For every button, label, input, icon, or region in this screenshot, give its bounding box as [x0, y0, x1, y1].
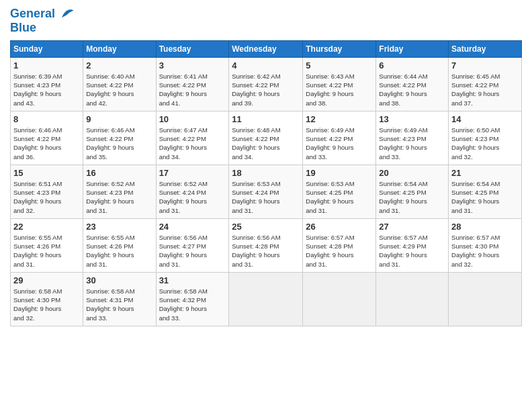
calendar-cell: 22 Sunrise: 6:55 AM Sunset: 4:26 PM Dayl… [11, 218, 83, 272]
dow-header: Saturday [449, 40, 522, 57]
day-info: Sunrise: 6:54 AM Sunset: 4:25 PM Dayligh… [451, 179, 519, 215]
day-number: 10 [159, 114, 226, 124]
calendar-table: SundayMondayTuesdayWednesdayThursdayFrid… [10, 40, 522, 326]
day-number: 21 [451, 168, 519, 178]
calendar-cell: 30 Sunrise: 6:58 AM Sunset: 4:31 PM Dayl… [83, 272, 156, 326]
calendar-cell: 16 Sunrise: 6:52 AM Sunset: 4:23 PM Dayl… [83, 165, 156, 218]
day-info: Sunrise: 6:48 AM Sunset: 4:22 PM Dayligh… [232, 126, 300, 161]
calendar-cell: 8 Sunrise: 6:46 AM Sunset: 4:22 PM Dayli… [11, 111, 83, 165]
day-info: Sunrise: 6:45 AM Sunset: 4:22 PM Dayligh… [451, 72, 519, 107]
day-number: 24 [159, 222, 226, 232]
calendar-cell: 15 Sunrise: 6:51 AM Sunset: 4:23 PM Dayl… [11, 165, 83, 218]
day-info: Sunrise: 6:53 AM Sunset: 4:24 PM Dayligh… [232, 179, 300, 215]
day-info: Sunrise: 6:49 AM Sunset: 4:23 PM Dayligh… [379, 126, 445, 161]
calendar-cell: 2 Sunrise: 6:40 AM Sunset: 4:22 PM Dayli… [83, 57, 156, 111]
day-number: 30 [86, 275, 152, 285]
day-number: 23 [86, 222, 152, 232]
calendar-cell: 18 Sunrise: 6:53 AM Sunset: 4:24 PM Dayl… [229, 165, 303, 218]
day-info: Sunrise: 6:42 AM Sunset: 4:22 PM Dayligh… [232, 72, 300, 107]
day-info: Sunrise: 6:51 AM Sunset: 4:23 PM Dayligh… [13, 179, 80, 215]
day-info: Sunrise: 6:43 AM Sunset: 4:22 PM Dayligh… [306, 72, 373, 107]
logo-general: General [10, 7, 55, 20]
day-info: Sunrise: 6:49 AM Sunset: 4:22 PM Dayligh… [306, 126, 373, 161]
logo-text: General Blue [10, 7, 75, 35]
dow-header: Wednesday [229, 40, 303, 57]
day-info: Sunrise: 6:54 AM Sunset: 4:25 PM Dayligh… [379, 179, 445, 215]
day-info: Sunrise: 6:56 AM Sunset: 4:28 PM Dayligh… [232, 233, 300, 269]
calendar-cell: 7 Sunrise: 6:45 AM Sunset: 4:22 PM Dayli… [449, 57, 522, 111]
calendar-cell: 24 Sunrise: 6:56 AM Sunset: 4:27 PM Dayl… [156, 218, 229, 272]
day-number: 6 [379, 60, 445, 71]
calendar-cell: 17 Sunrise: 6:52 AM Sunset: 4:24 PM Dayl… [156, 165, 229, 218]
day-info: Sunrise: 6:57 AM Sunset: 4:29 PM Dayligh… [379, 233, 445, 269]
calendar-cell: 5 Sunrise: 6:43 AM Sunset: 4:22 PM Dayli… [303, 57, 376, 111]
day-info: Sunrise: 6:56 AM Sunset: 4:27 PM Dayligh… [159, 233, 226, 269]
day-info: Sunrise: 6:40 AM Sunset: 4:22 PM Dayligh… [86, 72, 152, 107]
calendar-cell: 9 Sunrise: 6:46 AM Sunset: 4:22 PM Dayli… [83, 111, 156, 165]
day-number: 13 [379, 114, 445, 124]
calendar-cell: 25 Sunrise: 6:56 AM Sunset: 4:28 PM Dayl… [229, 218, 303, 272]
day-number: 20 [379, 168, 445, 178]
day-number: 9 [86, 114, 152, 124]
day-info: Sunrise: 6:39 AM Sunset: 4:23 PM Dayligh… [13, 72, 80, 107]
dow-header: Monday [83, 40, 156, 57]
day-number: 2 [86, 60, 152, 71]
calendar-cell [229, 272, 303, 326]
logo: General Blue [10, 7, 75, 35]
header: General Blue [10, 7, 522, 35]
calendar-cell: 28 Sunrise: 6:57 AM Sunset: 4:30 PM Dayl… [449, 218, 522, 272]
dow-header: Sunday [11, 40, 83, 57]
day-info: Sunrise: 6:41 AM Sunset: 4:22 PM Dayligh… [159, 72, 226, 107]
day-info: Sunrise: 6:58 AM Sunset: 4:30 PM Dayligh… [13, 287, 80, 322]
day-number: 19 [306, 168, 373, 178]
calendar-cell: 23 Sunrise: 6:55 AM Sunset: 4:26 PM Dayl… [83, 218, 156, 272]
calendar-cell: 13 Sunrise: 6:49 AM Sunset: 4:23 PM Dayl… [376, 111, 449, 165]
day-info: Sunrise: 6:53 AM Sunset: 4:25 PM Dayligh… [306, 179, 373, 215]
calendar-cell: 6 Sunrise: 6:44 AM Sunset: 4:22 PM Dayli… [376, 57, 449, 111]
calendar-cell: 19 Sunrise: 6:53 AM Sunset: 4:25 PM Dayl… [303, 165, 376, 218]
day-number: 5 [306, 60, 373, 71]
day-info: Sunrise: 6:58 AM Sunset: 4:31 PM Dayligh… [86, 287, 152, 322]
day-info: Sunrise: 6:57 AM Sunset: 4:28 PM Dayligh… [306, 233, 373, 269]
day-number: 4 [232, 60, 300, 71]
dow-header: Thursday [303, 40, 376, 57]
day-info: Sunrise: 6:55 AM Sunset: 4:26 PM Dayligh… [86, 233, 152, 269]
calendar-cell: 31 Sunrise: 6:58 AM Sunset: 4:32 PM Dayl… [156, 272, 229, 326]
day-info: Sunrise: 6:57 AM Sunset: 4:30 PM Dayligh… [451, 233, 519, 269]
calendar-cell: 4 Sunrise: 6:42 AM Sunset: 4:22 PM Dayli… [229, 57, 303, 111]
day-number: 17 [159, 168, 226, 178]
calendar-cell: 14 Sunrise: 6:50 AM Sunset: 4:23 PM Dayl… [449, 111, 522, 165]
page-container: General Blue SundayMondayTuesdayWednesda… [0, 0, 532, 333]
calendar-cell: 1 Sunrise: 6:39 AM Sunset: 4:23 PM Dayli… [11, 57, 83, 111]
day-info: Sunrise: 6:46 AM Sunset: 4:22 PM Dayligh… [13, 126, 80, 161]
calendar-cell [449, 272, 522, 326]
day-number: 12 [306, 114, 373, 124]
day-number: 8 [13, 114, 80, 124]
dow-header: Friday [376, 40, 449, 57]
day-info: Sunrise: 6:46 AM Sunset: 4:22 PM Dayligh… [86, 126, 152, 161]
day-number: 29 [13, 275, 80, 285]
calendar-cell: 3 Sunrise: 6:41 AM Sunset: 4:22 PM Dayli… [156, 57, 229, 111]
calendar-cell [376, 272, 449, 326]
dow-header: Tuesday [156, 40, 229, 57]
day-number: 14 [451, 114, 519, 124]
day-number: 26 [306, 222, 373, 232]
day-info: Sunrise: 6:55 AM Sunset: 4:26 PM Dayligh… [13, 233, 80, 269]
calendar-cell: 20 Sunrise: 6:54 AM Sunset: 4:25 PM Dayl… [376, 165, 449, 218]
day-number: 18 [232, 168, 300, 178]
calendar-cell: 12 Sunrise: 6:49 AM Sunset: 4:22 PM Dayl… [303, 111, 376, 165]
day-number: 25 [232, 222, 300, 232]
calendar-cell: 29 Sunrise: 6:58 AM Sunset: 4:30 PM Dayl… [11, 272, 83, 326]
day-number: 28 [451, 222, 519, 232]
day-number: 1 [13, 60, 80, 71]
calendar-cell [303, 272, 376, 326]
day-number: 22 [13, 222, 80, 232]
calendar-cell: 26 Sunrise: 6:57 AM Sunset: 4:28 PM Dayl… [303, 218, 376, 272]
logo-blue: Blue [10, 21, 75, 35]
day-number: 27 [379, 222, 445, 232]
day-number: 11 [232, 114, 300, 124]
day-number: 3 [159, 60, 226, 71]
calendar-cell: 27 Sunrise: 6:57 AM Sunset: 4:29 PM Dayl… [376, 218, 449, 272]
day-number: 16 [86, 168, 152, 178]
calendar-cell: 21 Sunrise: 6:54 AM Sunset: 4:25 PM Dayl… [449, 165, 522, 218]
